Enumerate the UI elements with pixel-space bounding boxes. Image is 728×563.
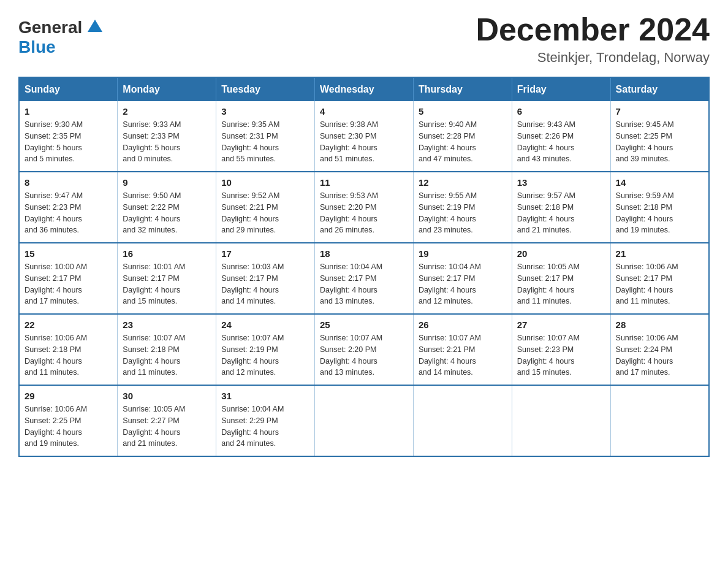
calendar-cell: 16 Sunrise: 10:01 AMSunset: 2:17 PMDayli… xyxy=(118,243,216,314)
day-info: Sunrise: 9:30 AMSunset: 2:35 PMDaylight:… xyxy=(25,119,112,165)
calendar-cell: 31 Sunrise: 10:04 AMSunset: 2:29 PMDayli… xyxy=(216,385,315,456)
day-info: Sunrise: 10:06 AMSunset: 2:25 PMDaylight… xyxy=(25,404,112,450)
calendar-cell: 13 Sunrise: 9:57 AMSunset: 2:18 PMDaylig… xyxy=(512,172,610,243)
calendar-cell: 26 Sunrise: 10:07 AMSunset: 2:21 PMDayli… xyxy=(413,314,512,385)
day-number: 11 xyxy=(320,177,408,188)
calendar-cell: 23 Sunrise: 10:07 AMSunset: 2:18 PMDayli… xyxy=(118,314,216,385)
day-info: Sunrise: 10:03 AMSunset: 2:17 PMDaylight… xyxy=(221,261,309,307)
day-number: 14 xyxy=(616,177,703,188)
day-number: 7 xyxy=(616,106,703,117)
calendar-cell: 29 Sunrise: 10:06 AMSunset: 2:25 PMDayli… xyxy=(19,385,118,456)
calendar-cell: 6 Sunrise: 9:43 AMSunset: 2:26 PMDayligh… xyxy=(512,101,610,172)
location-subtitle: Steinkjer, Trondelag, Norway xyxy=(476,50,710,66)
day-info: Sunrise: 9:33 AMSunset: 2:33 PMDaylight:… xyxy=(123,119,211,165)
day-info: Sunrise: 10:04 AMSunset: 2:17 PMDaylight… xyxy=(419,261,507,307)
day-info: Sunrise: 9:43 AMSunset: 2:26 PMDaylight:… xyxy=(517,119,605,165)
day-info: Sunrise: 9:53 AMSunset: 2:20 PMDaylight:… xyxy=(320,190,408,236)
calendar-cell xyxy=(315,385,414,456)
calendar-cell: 25 Sunrise: 10:07 AMSunset: 2:20 PMDayli… xyxy=(315,314,414,385)
calendar-cell: 21 Sunrise: 10:06 AMSunset: 2:17 PMDayli… xyxy=(610,243,709,314)
col-tuesday: Tuesday xyxy=(216,77,315,101)
calendar-table: Sunday Monday Tuesday Wednesday Thursday… xyxy=(18,77,710,457)
calendar-cell xyxy=(610,385,709,456)
day-info: Sunrise: 10:06 AMSunset: 2:17 PMDaylight… xyxy=(616,261,703,307)
day-number: 17 xyxy=(221,248,309,259)
day-info: Sunrise: 9:45 AMSunset: 2:25 PMDaylight:… xyxy=(616,119,703,165)
day-number: 10 xyxy=(221,177,309,188)
logo: General Blue xyxy=(18,12,102,57)
calendar-cell: 2 Sunrise: 9:33 AMSunset: 2:33 PMDayligh… xyxy=(118,101,216,172)
day-number: 6 xyxy=(517,106,605,117)
day-info: Sunrise: 10:07 AMSunset: 2:19 PMDaylight… xyxy=(221,332,309,378)
col-thursday: Thursday xyxy=(413,77,512,101)
day-number: 9 xyxy=(123,177,211,188)
day-number: 1 xyxy=(25,106,112,117)
calendar-cell: 17 Sunrise: 10:03 AMSunset: 2:17 PMDayli… xyxy=(216,243,315,314)
day-info: Sunrise: 9:52 AMSunset: 2:21 PMDaylight:… xyxy=(221,190,309,236)
day-number: 16 xyxy=(123,248,211,259)
day-info: Sunrise: 10:06 AMSunset: 2:24 PMDaylight… xyxy=(616,332,703,378)
day-number: 21 xyxy=(616,248,703,259)
day-info: Sunrise: 9:59 AMSunset: 2:18 PMDaylight:… xyxy=(616,190,703,236)
calendar-cell: 27 Sunrise: 10:07 AMSunset: 2:23 PMDayli… xyxy=(512,314,610,385)
day-number: 4 xyxy=(320,106,408,117)
day-info: Sunrise: 10:05 AMSunset: 2:27 PMDaylight… xyxy=(123,404,211,450)
day-number: 28 xyxy=(616,320,703,330)
calendar-cell: 12 Sunrise: 9:55 AMSunset: 2:19 PMDaylig… xyxy=(413,172,512,243)
header: General Blue December 2024 Steinkjer, Tr… xyxy=(18,12,710,66)
calendar-cell: 3 Sunrise: 9:35 AMSunset: 2:31 PMDayligh… xyxy=(216,101,315,172)
calendar-cell xyxy=(413,385,512,456)
day-number: 30 xyxy=(123,391,211,401)
day-number: 3 xyxy=(221,106,309,117)
day-number: 25 xyxy=(320,320,408,330)
day-number: 2 xyxy=(123,106,211,117)
day-number: 12 xyxy=(419,177,507,188)
day-info: Sunrise: 9:38 AMSunset: 2:30 PMDaylight:… xyxy=(320,119,408,165)
title-area: December 2024 Steinkjer, Trondelag, Norw… xyxy=(476,12,710,66)
day-info: Sunrise: 10:07 AMSunset: 2:21 PMDaylight… xyxy=(419,332,507,378)
day-info: Sunrise: 9:47 AMSunset: 2:23 PMDaylight:… xyxy=(25,190,112,236)
logo-general: General xyxy=(18,18,102,37)
day-info: Sunrise: 10:07 AMSunset: 2:20 PMDaylight… xyxy=(320,332,408,378)
col-sunday: Sunday xyxy=(19,77,118,101)
day-info: Sunrise: 9:55 AMSunset: 2:19 PMDaylight:… xyxy=(419,190,507,236)
calendar-cell: 24 Sunrise: 10:07 AMSunset: 2:19 PMDayli… xyxy=(216,314,315,385)
day-info: Sunrise: 10:07 AMSunset: 2:23 PMDaylight… xyxy=(517,332,605,378)
calendar-cell: 10 Sunrise: 9:52 AMSunset: 2:21 PMDaylig… xyxy=(216,172,315,243)
col-wednesday: Wednesday xyxy=(315,77,414,101)
day-number: 26 xyxy=(419,320,507,330)
calendar-cell: 28 Sunrise: 10:06 AMSunset: 2:24 PMDayli… xyxy=(610,314,709,385)
calendar-cell: 14 Sunrise: 9:59 AMSunset: 2:18 PMDaylig… xyxy=(610,172,709,243)
logo-blue: Blue xyxy=(18,37,56,57)
day-number: 8 xyxy=(25,177,112,188)
day-number: 22 xyxy=(25,320,112,330)
day-info: Sunrise: 10:04 AMSunset: 2:17 PMDaylight… xyxy=(320,261,408,307)
day-number: 5 xyxy=(419,106,507,117)
calendar-cell: 20 Sunrise: 10:05 AMSunset: 2:17 PMDayli… xyxy=(512,243,610,314)
calendar-week-row: 22 Sunrise: 10:06 AMSunset: 2:18 PMDayli… xyxy=(19,314,709,385)
calendar-week-row: 29 Sunrise: 10:06 AMSunset: 2:25 PMDayli… xyxy=(19,385,709,456)
calendar-cell: 1 Sunrise: 9:30 AMSunset: 2:35 PMDayligh… xyxy=(19,101,118,172)
calendar-week-row: 8 Sunrise: 9:47 AMSunset: 2:23 PMDayligh… xyxy=(19,172,709,243)
day-number: 24 xyxy=(221,320,309,330)
day-info: Sunrise: 9:40 AMSunset: 2:28 PMDaylight:… xyxy=(419,119,507,165)
day-info: Sunrise: 10:04 AMSunset: 2:29 PMDaylight… xyxy=(221,404,309,450)
day-number: 15 xyxy=(25,248,112,259)
col-saturday: Saturday xyxy=(610,77,709,101)
day-number: 18 xyxy=(320,248,408,259)
logo-triangle-icon xyxy=(88,20,102,32)
calendar-cell: 15 Sunrise: 10:00 AMSunset: 2:17 PMDayli… xyxy=(19,243,118,314)
day-number: 27 xyxy=(517,320,605,330)
calendar-cell: 5 Sunrise: 9:40 AMSunset: 2:28 PMDayligh… xyxy=(413,101,512,172)
calendar-week-row: 15 Sunrise: 10:00 AMSunset: 2:17 PMDayli… xyxy=(19,243,709,314)
day-number: 19 xyxy=(419,248,507,259)
day-info: Sunrise: 10:07 AMSunset: 2:18 PMDaylight… xyxy=(123,332,211,378)
calendar-cell: 30 Sunrise: 10:05 AMSunset: 2:27 PMDayli… xyxy=(118,385,216,456)
calendar-cell: 11 Sunrise: 9:53 AMSunset: 2:20 PMDaylig… xyxy=(315,172,414,243)
calendar-cell: 7 Sunrise: 9:45 AMSunset: 2:25 PMDayligh… xyxy=(610,101,709,172)
calendar-cell: 8 Sunrise: 9:47 AMSunset: 2:23 PMDayligh… xyxy=(19,172,118,243)
day-number: 29 xyxy=(25,391,112,401)
day-info: Sunrise: 10:05 AMSunset: 2:17 PMDaylight… xyxy=(517,261,605,307)
calendar-cell: 4 Sunrise: 9:38 AMSunset: 2:30 PMDayligh… xyxy=(315,101,414,172)
day-number: 31 xyxy=(221,391,309,401)
